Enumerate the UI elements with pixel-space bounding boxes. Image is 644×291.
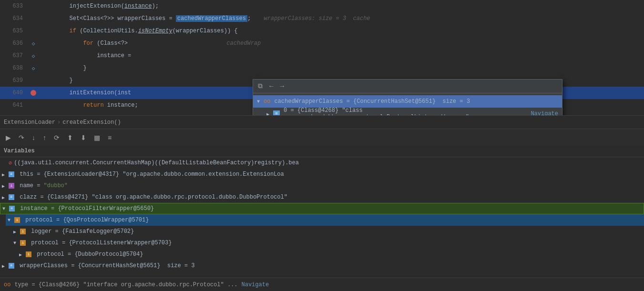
var-field-icon-wrapperclasses: ≡	[9, 263, 14, 269]
bottom-bar-text: type = {Class@4266} "interface org.apach…	[14, 281, 237, 288]
debug-btn-step-over[interactable]: ↷	[17, 133, 26, 142]
var-row-instance[interactable]: ▼ ≡ instance = {ProtocolFilterWrapper@56…	[0, 203, 644, 214]
line-code-635: if (CollectionUtils.isNotEmpty(wrapperCl…	[38, 28, 644, 34]
line-code-638: }	[38, 65, 644, 71]
var-row-protocol-listener[interactable]: ▼ i protocol = {ProtocolListenerWrapper@…	[11, 237, 644, 249]
var-row-name[interactable]: ▶ i name = "dubbo"	[0, 180, 644, 191]
code-editor: 633 injectExtension(instance); 634 Set<C…	[0, 0, 644, 129]
variables-content: ⊘ ((java.util.concurrent.ConcurrentHashM…	[0, 157, 644, 278]
var-text-protocol-listener: protocol = {ProtocolListenerWrapper@5703…	[28, 240, 172, 246]
var-expand-wrapperclasses: ▶	[2, 263, 7, 268]
code-line-635: 635 if (CollectionUtils.isNotEmpty(wrapp…	[0, 25, 644, 37]
gutter-638: ◇	[29, 65, 38, 71]
variables-panel-header: Variables	[0, 146, 644, 157]
debug-btn-step-into[interactable]: ↓	[30, 133, 37, 142]
line-code-633: injectExtension(instance);	[38, 3, 644, 10]
breadcrumb-item-1[interactable]: ExtensionLoader	[4, 119, 55, 126]
code-line-638: 638 ◇ }	[0, 62, 644, 74]
var-row-clazz[interactable]: ▶ ≡ clazz = {Class@4271} "class org.apac…	[0, 191, 644, 203]
debug-btn-menu[interactable]: ≡	[106, 133, 113, 142]
tooltip-forward-icon[interactable]: →	[278, 81, 286, 91]
var-row-wrapperclasses[interactable]: ▶ ≡ wrapperClasses = {ConcurrentHashSet@…	[0, 260, 644, 271]
breadcrumb-separator: ›	[57, 119, 61, 126]
var-expand-protocol-dubbo: ▶	[19, 252, 24, 257]
error-icon: ⊘	[9, 160, 12, 167]
line-number-640: 640	[0, 90, 29, 96]
breadcrumb: ExtensionLoader › createExtension()	[0, 115, 644, 129]
code-lines: 633 injectExtension(instance); 634 Set<C…	[0, 0, 644, 115]
tooltip-oo-icon: oo	[264, 98, 270, 105]
line-code-636: for (Class<?> cachedWrap	[38, 40, 644, 47]
tooltip-main-label: cachedWrapperClasses = {ConcurrentHashSe…	[274, 98, 470, 105]
var-row-this[interactable]: ▶ ≡ this = {ExtensionLoader@4317} "org.a…	[0, 169, 644, 180]
debug-btn-grid[interactable]: ▦	[92, 133, 102, 142]
var-text-protocol-qos: protocol = {QosProtocolWrapper@5701}	[22, 217, 149, 223]
line-code-637: instance =	[38, 52, 644, 59]
gutter-640	[29, 90, 38, 96]
debug-btn-drop-frame[interactable]: ⬇	[79, 133, 88, 142]
var-field-icon-instance: ≡	[9, 206, 15, 211]
var-expand-clazz: ▶	[2, 195, 7, 200]
tooltip-popup: ⧉ ← → ▼ oo cachedWrapperClasses = {Concu…	[253, 79, 562, 115]
debug-btn-run-to-cursor[interactable]: ⟳	[52, 133, 61, 142]
tooltip-content: ▼ oo cachedWrapperClasses = {ConcurrentH…	[253, 93, 562, 115]
code-line-637: 637 ◇ instance =	[0, 50, 644, 62]
var-field-icon-clazz: ≡	[9, 194, 14, 200]
var-text-clazz: clazz = {Class@4271} "class org.apache.d…	[16, 194, 287, 201]
debug-btn-step-out[interactable]: ↑	[41, 133, 48, 142]
bottom-navigate-link[interactable]: Navigate	[241, 281, 269, 288]
tooltip-item-0-expand: ▶	[266, 111, 271, 115]
var-text-instance: instance = {ProtocolFilterWrapper@5650}	[17, 205, 154, 212]
var-field-icon-name: i	[9, 183, 14, 189]
var-row-protocol-qos[interactable]: ▼ i protocol = {QosProtocolWrapper@5701}	[6, 214, 644, 226]
var-expand-name: ▶	[2, 183, 7, 188]
tooltip-back-icon[interactable]: ←	[267, 81, 275, 91]
bottom-oo-label: oo	[4, 281, 10, 288]
var-text-protocol-dubbo: protocol = {DubboProtocol@5704}	[33, 251, 143, 258]
var-field-icon-logger: i	[20, 229, 26, 234]
var-row-logger[interactable]: ▶ i logger = {FailsafeLogger@5702}	[11, 226, 644, 237]
breakpoint-icon-640	[31, 90, 36, 96]
line-number-638: 638	[0, 65, 29, 71]
gutter-637: ◇	[29, 53, 38, 59]
code-line-633: 633 injectExtension(instance);	[0, 0, 644, 12]
var-row-protocol-dubbo[interactable]: ▶ i protocol = {DubboProtocol@5704}	[17, 249, 644, 260]
var-expand-error	[2, 161, 7, 165]
var-field-icon-this: ≡	[9, 171, 14, 177]
line-number-634: 634	[0, 15, 29, 22]
var-expand-instance: ▼	[2, 206, 7, 211]
var-expand-protocol-qos: ▼	[8, 218, 12, 222]
line-number-639: 639	[0, 77, 29, 84]
var-text-logger: logger = {FailsafeLogger@5702}	[28, 228, 134, 235]
tooltip-item-0-navigate[interactable]: Navigate	[531, 110, 558, 115]
var-text-error: ((java.util.concurrent.ConcurrentHashMap…	[14, 160, 299, 166]
var-expand-logger: ▶	[13, 229, 18, 234]
line-number-635: 635	[0, 28, 29, 34]
line-code-634: Set<Class<?>> wrapperClasses = cachedWra…	[38, 15, 644, 22]
var-text-name: name = "dubbo"	[16, 182, 68, 189]
debug-toolbar: ▶ ↷ ↓ ↑ ⟳ ⬆ ⬇ ▦ ≡	[0, 129, 644, 146]
var-expand-this: ▶	[2, 172, 7, 177]
debug-btn-evaluate[interactable]: ⬆	[65, 133, 75, 142]
code-line-636: 636 ◇ for (Class<?> cachedWrap ⧉ ← →	[0, 37, 644, 50]
var-text-this: this = {ExtensionLoader@4317} "org.apach…	[16, 171, 284, 178]
line-number-636: 636	[0, 40, 29, 47]
tooltip-expand-triangle: ▼	[257, 99, 262, 104]
var-field-icon-protocol-dubbo: i	[26, 251, 31, 257]
tooltip-toolbar: ⧉ ← →	[253, 80, 562, 93]
debug-btn-resume[interactable]: ▶	[4, 133, 13, 142]
var-field-icon-protocol-qos: i	[14, 217, 20, 223]
tooltip-item-0-field-icon: ≡	[273, 110, 280, 115]
var-field-icon-protocol-listener: i	[20, 240, 26, 246]
bottom-bar: oo type = {Class@4266} "interface org.ap…	[0, 278, 644, 291]
var-row-error[interactable]: ⊘ ((java.util.concurrent.ConcurrentHashM…	[0, 157, 644, 169]
tooltip-item-0-label: 0 = {Class@4268} "class org.apache.dubbo…	[284, 107, 527, 115]
tooltip-main-row[interactable]: ▼ oo cachedWrapperClasses = {ConcurrentH…	[253, 95, 562, 108]
variables-panel: Variables ⊘ ((java.util.concurrent.Concu…	[0, 146, 644, 278]
var-text-wrapperclasses: wrapperClasses = {ConcurrentHashSet@5651…	[16, 262, 194, 269]
line-number-641: 641	[0, 102, 29, 109]
breadcrumb-item-2[interactable]: createExtension()	[62, 119, 121, 126]
tooltip-copy-icon[interactable]: ⧉	[256, 81, 265, 91]
tooltip-item-0[interactable]: ▶ ≡ 0 = {Class@4268} "class org.apache.d…	[253, 108, 562, 115]
line-number-633: 633	[0, 3, 29, 10]
